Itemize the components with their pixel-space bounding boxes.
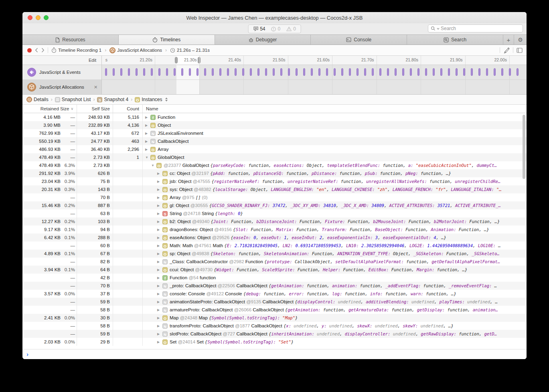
breadcrumb-time-range[interactable]: 21.26s – 21.31s bbox=[170, 48, 210, 53]
table-row[interactable]: 4.89 KB0.1%67 B▶Osp: Object @49838 {Skel… bbox=[22, 250, 527, 258]
timeline-event-marker bbox=[395, 68, 397, 76]
disclosure-triangle-icon[interactable]: ▶ bbox=[157, 332, 162, 336]
tab-timelines[interactable]: Timelines bbox=[119, 35, 215, 45]
table-row[interactable]: 3.57 KB0.0%37 B▶Nconsole: Console @49122… bbox=[22, 290, 527, 298]
table-row[interactable]: —70 B▶OArray @975 [] (0) bbox=[22, 193, 527, 201]
table-row[interactable]: 4.16 MB—248.93 KB5,116▶fFunction bbox=[22, 113, 527, 121]
disclosure-triangle-icon[interactable]: ▶ bbox=[157, 172, 162, 175]
tab-resources[interactable]: Resources bbox=[22, 35, 119, 45]
disclosure-triangle-icon[interactable]: ▶ bbox=[157, 268, 162, 272]
table-row[interactable]: 12.27 KB0.2%103 B▶Ob2: Object @49340 {Jo… bbox=[22, 217, 527, 225]
table-row[interactable]: 15.46 KB0.2%887 B▶Ogl: Object @30555 {GC… bbox=[22, 201, 527, 209]
disclosure-triangle-icon[interactable]: ▶ bbox=[157, 180, 162, 183]
view-mode-stepper-icon[interactable] bbox=[165, 97, 168, 102]
disclosure-triangle-icon[interactable]: ▶ bbox=[157, 244, 162, 248]
disclosure-triangle-icon[interactable]: ▶ bbox=[157, 212, 162, 215]
console-errors-button[interactable]: 0 bbox=[271, 26, 280, 32]
table-row[interactable]: —58 B▶NtransformProto: CallbackObject @1… bbox=[22, 322, 527, 330]
track-javascript-events[interactable]: JavaScript & Events bbox=[22, 65, 101, 80]
table-row[interactable]: 9.17 KB0.1%94 B▶OdragonBones: Object @49… bbox=[22, 225, 527, 234]
table-row[interactable]: —42 B▶fFunction @54 function bbox=[22, 274, 527, 282]
breadcrumb-details[interactable]: Details bbox=[26, 97, 49, 102]
timeline-track-area[interactable] bbox=[102, 65, 527, 94]
tab-debugger[interactable]: Debugger bbox=[215, 35, 311, 45]
back-icon[interactable] bbox=[35, 48, 38, 53]
disclosure-triangle-icon[interactable]: ▶ bbox=[157, 316, 162, 320]
disclosure-triangle-icon[interactable]: ▶ bbox=[145, 132, 150, 135]
disclosure-triangle-icon[interactable]: ▶ bbox=[145, 140, 150, 143]
minimize-window-button[interactable] bbox=[36, 15, 41, 20]
table-row[interactable]: —58 B▶NarmatureProto: CallbackObject @26… bbox=[22, 306, 527, 314]
table-row[interactable]: 486.93 KB—36.40 KB2,296▶OArray bbox=[22, 145, 527, 153]
disclosure-triangle-icon[interactable]: ▶ bbox=[157, 220, 162, 223]
self-size-cell: 42 B bbox=[77, 274, 113, 282]
disclosure-triangle-icon[interactable]: ▶ bbox=[157, 260, 162, 264]
breadcrumb-recording[interactable]: Timeline Recording 1 bbox=[51, 47, 101, 53]
inspect-element-icon[interactable] bbox=[503, 47, 510, 53]
table-row[interactable]: 550.19 KB—24.77 KB463▶NCallbackObject bbox=[22, 137, 527, 145]
disclosure-triangle-icon[interactable]: ▶ bbox=[157, 252, 162, 256]
toggle-details-sidebar-icon[interactable] bbox=[517, 48, 523, 53]
table-row[interactable]: —59 B▶NslotProto: CallbackObject @727 Ca… bbox=[22, 330, 527, 338]
disclosure-triangle-icon[interactable]: ▶ bbox=[157, 228, 162, 232]
disclosure-triangle-icon[interactable]: ▶ bbox=[157, 196, 162, 199]
disclosure-triangle-icon[interactable]: ▶ bbox=[145, 116, 150, 119]
disclosure-triangle-icon[interactable]: ▶ bbox=[145, 148, 150, 151]
table-row[interactable]: 478.49 KB6.3%2.73 KB▼O@23377 GlobalObjec… bbox=[22, 161, 527, 169]
table-row[interactable]: —59 B▶NanimationStateProto: CallbackObje… bbox=[22, 298, 527, 306]
disclosure-triangle-icon[interactable]: ▼ bbox=[151, 164, 156, 167]
breadcrumb-allocations[interactable]: JavaScript Allocations bbox=[109, 47, 162, 53]
console-messages-button[interactable]: 54 bbox=[253, 26, 265, 32]
table-row[interactable]: 6.42 KB0.1%288 B▶OeaseActions: Object @2… bbox=[22, 234, 527, 242]
table-row[interactable]: —82 B▶N_Class: CallbackConstructor @2982… bbox=[22, 258, 527, 266]
table-row[interactable]: 3.94 KB0.1%64 B▶Occui: Object @49730 {Wi… bbox=[22, 266, 527, 274]
disclosure-triangle-icon[interactable]: ▶ bbox=[157, 284, 162, 288]
forward-icon[interactable] bbox=[41, 48, 45, 53]
chevron-right-icon: › bbox=[131, 97, 132, 102]
table-row[interactable]: —63 B▶SString @24718 String {length: 0} bbox=[22, 209, 527, 217]
table-row[interactable]: 762.99 KB—43.17 KB672▶NJSLexicalEnvironm… bbox=[22, 129, 527, 137]
track-javascript-allocations[interactable]: JavaScript Allocations × bbox=[22, 80, 101, 95]
tab-console[interactable]: Console bbox=[311, 35, 407, 45]
settings-button[interactable]: ⚙ bbox=[514, 35, 527, 45]
new-tab-button[interactable]: + bbox=[503, 35, 514, 45]
disclosure-triangle-icon[interactable]: ▶ bbox=[145, 124, 150, 127]
table-row[interactable]: 2.03 KB0.0%29 B▶OSet @24014 Set {Symbol(… bbox=[22, 338, 527, 346]
table-row[interactable]: 2.41 KB0.0%30 B▶OMap @24348 Map {Symbol(… bbox=[22, 314, 527, 322]
column-header-count[interactable]: Count bbox=[113, 105, 143, 113]
breadcrumb-instances[interactable]: O Instances bbox=[135, 97, 167, 102]
search-input[interactable]: Search bbox=[428, 24, 523, 32]
column-header-self-size[interactable]: Self Size bbox=[77, 105, 113, 113]
table-row[interactable]: 3.90 MB—232.89 KB4,136▶OObject bbox=[22, 121, 527, 129]
column-header-retained-size[interactable]: Retained Size ∨ bbox=[22, 105, 77, 113]
disclosure-triangle-icon[interactable]: ▶ bbox=[157, 340, 162, 344]
quick-console[interactable]: › bbox=[22, 349, 527, 359]
zoom-window-button[interactable] bbox=[44, 15, 49, 20]
disclosure-triangle-icon[interactable]: ▶ bbox=[157, 324, 162, 328]
console-warnings-button[interactable]: 0 bbox=[286, 26, 296, 32]
disclosure-triangle-icon[interactable]: ▶ bbox=[157, 276, 162, 280]
breadcrumb-snapshot-4[interactable]: S Snapshot 4 bbox=[97, 97, 128, 102]
vertical-scrollbar[interactable] bbox=[523, 115, 525, 179]
disclosure-triangle-icon[interactable]: ▶ bbox=[157, 292, 162, 296]
table-row[interactable]: 291.92 KB3.9%626 B▶Occ: Object @32197 {p… bbox=[22, 169, 527, 177]
timeline-event-marker bbox=[478, 68, 480, 76]
edit-instruments-button[interactable]: Edit bbox=[22, 56, 102, 65]
close-track-icon[interactable]: × bbox=[94, 84, 97, 90]
disclosure-triangle-icon[interactable]: ▶ bbox=[157, 188, 162, 191]
disclosure-triangle-icon[interactable]: ▶ bbox=[157, 308, 162, 312]
disclosure-triangle-icon[interactable]: ▶ bbox=[157, 236, 162, 240]
disclosure-triangle-icon[interactable]: ▶ bbox=[157, 204, 162, 207]
breadcrumb-snapshot-list[interactable]: Snapshot List bbox=[55, 97, 91, 102]
disclosure-triangle-icon[interactable]: ▶ bbox=[157, 300, 162, 304]
close-window-button[interactable] bbox=[28, 15, 32, 20]
record-button[interactable] bbox=[27, 48, 32, 53]
column-header-name[interactable]: Name bbox=[143, 105, 527, 113]
disclosure-triangle-icon[interactable]: ▼ bbox=[145, 156, 150, 159]
tab-search[interactable]: Search bbox=[407, 35, 503, 45]
table-row[interactable]: —60 B▶OMath: Math @47561 Math {E: 2.7182… bbox=[22, 242, 527, 250]
table-row[interactable]: 23.04 KB0.3%75 B▶Ojsb: Object @47555 {re… bbox=[22, 177, 527, 185]
table-row[interactable]: —70 B▶N_proto: CallbackObject @22506 Cal… bbox=[22, 282, 527, 290]
table-row[interactable]: 20.31 KB0.3%143 B▶Osys: Object @48382 {l… bbox=[22, 185, 527, 193]
table-row[interactable]: 478.49 KB—2.73 KB1▼OGlobalObject bbox=[22, 153, 527, 161]
